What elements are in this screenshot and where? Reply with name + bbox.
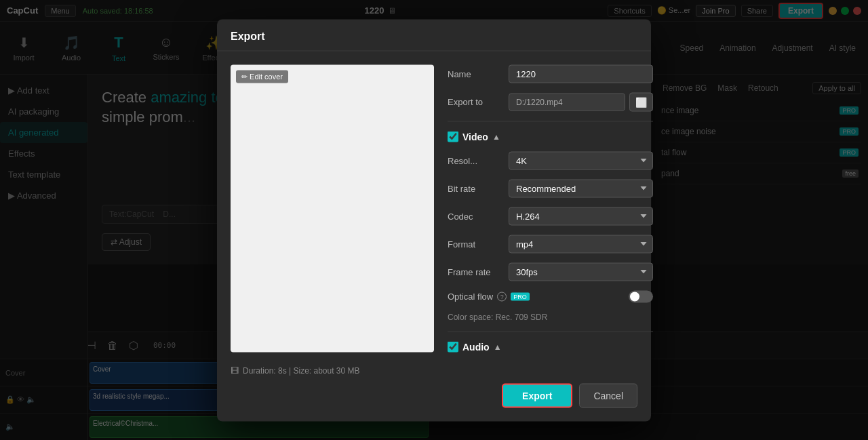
- color-space-info: Color space: Rec. 709 SDR: [448, 312, 653, 321]
- divider1: [448, 121, 653, 121]
- name-row: Name: [448, 64, 653, 83]
- name-label: Name: [448, 68, 502, 79]
- export-modal: Export ✏ Edit cover Name Export to ⬜: [217, 19, 651, 421]
- modal-header: Export: [217, 19, 651, 51]
- format-row: Format mp4 mov avi: [448, 235, 653, 253]
- bitrate-select[interactable]: Recommended Low Medium High: [509, 179, 653, 197]
- format-label: Format: [448, 239, 502, 249]
- video-checkbox[interactable]: [448, 131, 458, 142]
- audio-arrow: ▲: [494, 342, 502, 351]
- video-section-header: Video ▲: [448, 131, 653, 142]
- optical-flow-pro-badge: PRO: [511, 292, 530, 300]
- optical-flow-label: Optical flow ? PRO: [448, 292, 530, 302]
- audio-label: Audio: [462, 341, 490, 352]
- modal-footer: 🎞 Duration: 8s | Size: about 30 MB Expor…: [217, 365, 651, 407]
- resolution-label: Resol...: [448, 155, 502, 165]
- export-to-label: Export to: [448, 97, 502, 107]
- divider2: [448, 331, 653, 332]
- film-icon: 🎞: [231, 365, 239, 375]
- video-arrow: ▲: [492, 132, 500, 141]
- framerate-select[interactable]: 30fps 24fps 25fps 50fps 60fps: [509, 262, 653, 281]
- cancel-button[interactable]: Cancel: [579, 383, 637, 407]
- format-select[interactable]: mp4 mov avi: [509, 235, 653, 253]
- framerate-label: Frame rate: [448, 266, 502, 277]
- export-to-row: Export to ⬜: [448, 92, 653, 111]
- bitrate-row: Bit rate Recommended Low Medium High: [448, 179, 653, 197]
- optical-flow-info-icon[interactable]: ?: [497, 292, 507, 301]
- bitrate-label: Bit rate: [448, 183, 502, 193]
- audio-checkbox[interactable]: [448, 341, 458, 352]
- resolution-select[interactable]: 4K 2K 1080p 720p: [509, 151, 653, 169]
- modal-body: ✏ Edit cover Name Export to ⬜ Video: [217, 51, 651, 365]
- export-path-input[interactable]: [509, 93, 625, 111]
- audio-section-header: Audio ▲: [448, 341, 653, 352]
- framerate-row: Frame rate 30fps 24fps 25fps 50fps 60fps: [448, 262, 653, 281]
- export-modal-button[interactable]: Export: [502, 383, 572, 407]
- toggle-knob: [630, 292, 639, 301]
- edit-cover-button[interactable]: ✏ Edit cover: [236, 70, 288, 83]
- modal-preview: ✏ Edit cover: [231, 64, 434, 352]
- modal-settings: Name Export to ⬜ Video ▲ Resol...: [448, 64, 653, 352]
- codec-row: Codec H.264 H.265 ProRes: [448, 207, 653, 225]
- path-row: ⬜: [509, 92, 653, 111]
- codec-select[interactable]: H.264 H.265 ProRes: [509, 207, 653, 225]
- footer-info: 🎞 Duration: 8s | Size: about 30 MB: [231, 365, 637, 375]
- resolution-row: Resol... 4K 2K 1080p 720p: [448, 151, 653, 169]
- video-label: Video: [462, 131, 488, 142]
- footer-buttons: Export Cancel: [231, 383, 637, 407]
- optical-flow-toggle[interactable]: [629, 290, 653, 302]
- optical-flow-row: Optical flow ? PRO: [448, 290, 653, 302]
- name-input[interactable]: [509, 64, 653, 83]
- modal-title: Export: [231, 30, 265, 41]
- browse-button[interactable]: ⬜: [629, 92, 653, 111]
- codec-label: Codec: [448, 211, 502, 221]
